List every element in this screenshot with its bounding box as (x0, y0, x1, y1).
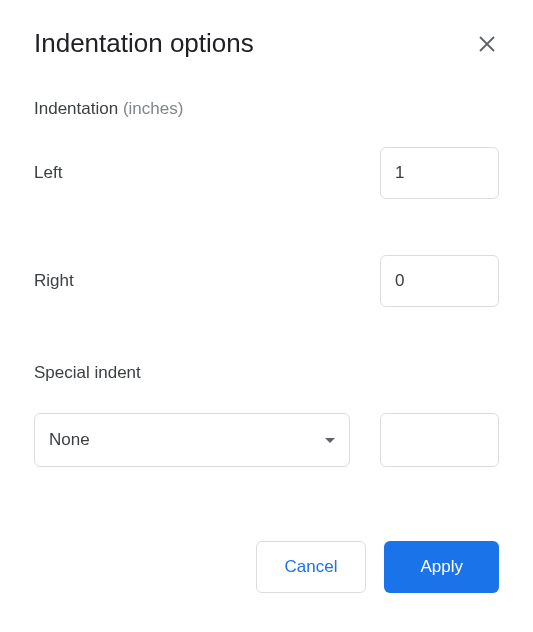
special-indent-selected: None (49, 430, 90, 450)
dialog-title: Indentation options (34, 28, 254, 59)
right-label: Right (34, 271, 74, 291)
apply-button[interactable]: Apply (384, 541, 499, 593)
special-indent-label: Special indent (34, 363, 499, 383)
left-label: Left (34, 163, 62, 183)
right-input[interactable] (380, 255, 499, 307)
special-indent-value-input[interactable] (380, 413, 499, 467)
indentation-section-label: Indentation (inches) (34, 99, 499, 119)
close-icon (479, 36, 495, 52)
close-button[interactable] (475, 32, 499, 56)
chevron-down-icon (325, 438, 335, 443)
left-input[interactable] (380, 147, 499, 199)
special-indent-dropdown[interactable]: None (34, 413, 350, 467)
indentation-label-text: Indentation (34, 99, 118, 118)
indentation-unit: (inches) (123, 99, 183, 118)
cancel-button[interactable]: Cancel (256, 541, 367, 593)
